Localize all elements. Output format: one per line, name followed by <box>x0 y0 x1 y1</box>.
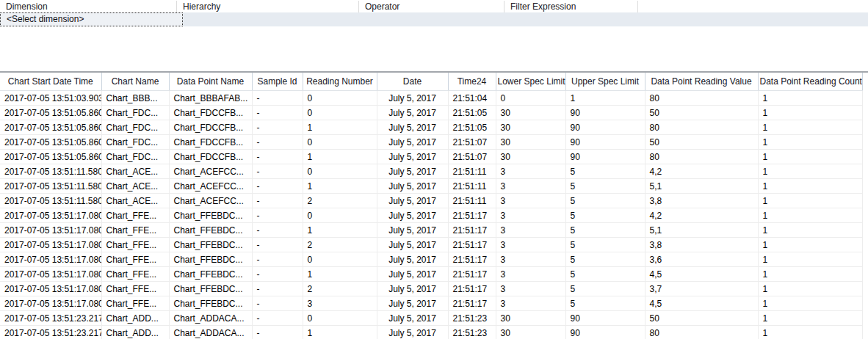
cell-reading-number[interactable]: 2 <box>303 282 377 296</box>
cell-date[interactable]: July 5, 2017 <box>377 135 448 150</box>
cell-lower-spec-limit[interactable]: 3 <box>496 179 565 194</box>
cell-upper-spec-limit[interactable]: 90 <box>565 106 645 120</box>
cell-upper-spec-limit[interactable]: 90 <box>565 311 645 326</box>
cell-reading-number[interactable]: 2 <box>303 238 377 252</box>
cell-sample-id[interactable]: - <box>252 179 303 194</box>
cell-reading-number[interactable]: 0 <box>303 91 377 106</box>
cell-sample-id[interactable]: - <box>252 326 303 339</box>
cell-lower-spec-limit[interactable]: 3 <box>496 194 565 208</box>
cell-data-point-reading-value[interactable]: 50 <box>645 135 758 150</box>
cell-time24[interactable]: 21:51:17 <box>448 223 496 238</box>
cell-lower-spec-limit[interactable]: 30 <box>496 326 565 339</box>
column-header-chart-start-date-time[interactable]: Chart Start Date Time <box>0 73 101 91</box>
cell-data-point-reading-count[interactable]: 1 <box>758 164 862 179</box>
cell-data-point-reading-value[interactable]: 50 <box>645 311 758 326</box>
cell-chart-name[interactable]: Chart_FFE... <box>101 267 169 282</box>
cell-data-point-reading-count[interactable]: 1 <box>758 296 862 311</box>
cell-chart-start-date-time[interactable]: 2017-07-05 13:51:23.217 <box>0 326 101 339</box>
column-header-chart-name[interactable]: Chart Name <box>101 73 169 91</box>
cell-date[interactable]: July 5, 2017 <box>377 106 448 120</box>
cell-reading-number[interactable]: 1 <box>303 179 377 194</box>
cell-chart-start-date-time[interactable]: 2017-07-05 13:51:03.903 <box>0 91 101 106</box>
cell-data-point-reading-count[interactable]: 1 <box>758 106 862 120</box>
cell-chart-name[interactable]: Chart_FDC... <box>101 120 169 135</box>
cell-upper-spec-limit[interactable]: 90 <box>565 135 645 150</box>
cell-sample-id[interactable]: - <box>252 267 303 282</box>
cell-chart-name[interactable]: Chart_FDC... <box>101 135 169 150</box>
cell-lower-spec-limit[interactable]: 30 <box>496 311 565 326</box>
cell-upper-spec-limit[interactable]: 5 <box>565 179 645 194</box>
cell-upper-spec-limit[interactable]: 1 <box>565 91 645 106</box>
table-row[interactable]: 2017-07-05 13:51:11.580Chart_ACE...Chart… <box>0 164 862 179</box>
cell-lower-spec-limit[interactable]: 3 <box>496 223 565 238</box>
cell-time24[interactable]: 21:51:17 <box>448 208 496 223</box>
cell-date[interactable]: July 5, 2017 <box>377 120 448 135</box>
cell-data-point-reading-value[interactable]: 3,8 <box>645 238 758 252</box>
cell-lower-spec-limit[interactable]: 30 <box>496 150 565 164</box>
column-header-sample-id[interactable]: Sample Id <box>252 73 303 91</box>
cell-chart-name[interactable]: Chart_FFE... <box>101 223 169 238</box>
cell-sample-id[interactable]: - <box>252 311 303 326</box>
cell-data-point-name[interactable]: Chart_FFEBDC... <box>169 296 252 311</box>
cell-lower-spec-limit[interactable]: 30 <box>496 106 565 120</box>
table-row[interactable]: 2017-07-05 13:51:17.080Chart_FFE...Chart… <box>0 267 862 282</box>
cell-sample-id[interactable]: - <box>252 91 303 106</box>
cell-data-point-reading-count[interactable]: 1 <box>758 179 862 194</box>
cell-data-point-reading-count[interactable]: 1 <box>758 326 862 339</box>
cell-chart-start-date-time[interactable]: 2017-07-05 13:51:17.080 <box>0 223 101 238</box>
cell-lower-spec-limit[interactable]: 3 <box>496 296 565 311</box>
column-header-data-point-name[interactable]: Data Point Name <box>169 73 252 91</box>
cell-sample-id[interactable]: - <box>252 120 303 135</box>
cell-upper-spec-limit[interactable]: 5 <box>565 194 645 208</box>
cell-upper-spec-limit[interactable]: 5 <box>565 164 645 179</box>
cell-time24[interactable]: 21:51:11 <box>448 164 496 179</box>
table-row[interactable]: 2017-07-05 13:51:17.080Chart_FFE...Chart… <box>0 208 862 223</box>
cell-date[interactable]: July 5, 2017 <box>377 311 448 326</box>
cell-sample-id[interactable]: - <box>252 296 303 311</box>
cell-chart-name[interactable]: Chart_ACE... <box>101 164 169 179</box>
cell-chart-start-date-time[interactable]: 2017-07-05 13:51:11.580 <box>0 164 101 179</box>
cell-lower-spec-limit[interactable]: 3 <box>496 208 565 223</box>
cell-sample-id[interactable]: - <box>252 164 303 179</box>
cell-data-point-reading-count[interactable]: 1 <box>758 223 862 238</box>
cell-data-point-reading-count[interactable]: 1 <box>758 282 862 296</box>
table-row[interactable]: 2017-07-05 13:51:17.080Chart_FFE...Chart… <box>0 282 862 296</box>
cell-data-point-name[interactable]: Chart_FFEBDC... <box>169 223 252 238</box>
cell-chart-name[interactable]: Chart_ADD... <box>101 311 169 326</box>
cell-data-point-name[interactable]: Chart_FFEBDC... <box>169 208 252 223</box>
cell-date[interactable]: July 5, 2017 <box>377 238 448 252</box>
cell-data-point-reading-value[interactable]: 5,1 <box>645 223 758 238</box>
cell-reading-number[interactable]: 1 <box>303 120 377 135</box>
cell-lower-spec-limit[interactable]: 30 <box>496 120 565 135</box>
cell-upper-spec-limit[interactable]: 90 <box>565 326 645 339</box>
column-header-data-point-reading-count[interactable]: Data Point Reading Count <box>758 73 862 91</box>
cell-lower-spec-limit[interactable]: 0 <box>496 91 565 106</box>
cell-chart-name[interactable]: Chart_FFE... <box>101 282 169 296</box>
column-header-data-point-reading-value[interactable]: Data Point Reading Value <box>645 73 758 91</box>
table-row[interactable]: 2017-07-05 13:51:05.860Chart_FDC...Chart… <box>0 150 862 164</box>
cell-data-point-reading-count[interactable]: 1 <box>758 208 862 223</box>
filter-row-empty-cells[interactable] <box>183 12 868 26</box>
cell-chart-start-date-time[interactable]: 2017-07-05 13:51:05.860 <box>0 150 101 164</box>
table-row[interactable]: 2017-07-05 13:51:03.903Chart_BBB...Chart… <box>0 91 862 106</box>
cell-lower-spec-limit[interactable]: 3 <box>496 238 565 252</box>
cell-chart-name[interactable]: Chart_ACE... <box>101 194 169 208</box>
cell-chart-name[interactable]: Chart_FFE... <box>101 252 169 267</box>
cell-time24[interactable]: 21:51:04 <box>448 91 496 106</box>
cell-upper-spec-limit[interactable]: 90 <box>565 120 645 135</box>
cell-data-point-name[interactable]: Chart_FFEBDC... <box>169 267 252 282</box>
table-row[interactable]: 2017-07-05 13:51:23.217Chart_ADD...Chart… <box>0 311 862 326</box>
table-row[interactable]: 2017-07-05 13:51:17.080Chart_FFE...Chart… <box>0 296 862 311</box>
cell-data-point-name[interactable]: Chart_ACEFCC... <box>169 194 252 208</box>
cell-data-point-reading-count[interactable]: 1 <box>758 311 862 326</box>
table-row[interactable]: 2017-07-05 13:51:05.860Chart_FDC...Chart… <box>0 120 862 135</box>
cell-time24[interactable]: 21:51:23 <box>448 311 496 326</box>
table-row[interactable]: 2017-07-05 13:51:17.080Chart_FFE...Chart… <box>0 223 862 238</box>
cell-sample-id[interactable]: - <box>252 135 303 150</box>
cell-chart-start-date-time[interactable]: 2017-07-05 13:51:11.580 <box>0 194 101 208</box>
cell-chart-name[interactable]: Chart_ADD... <box>101 326 169 339</box>
cell-time24[interactable]: 21:51:07 <box>448 150 496 164</box>
cell-time24[interactable]: 21:51:23 <box>448 326 496 339</box>
cell-reading-number[interactable]: 1 <box>303 223 377 238</box>
table-row[interactable]: 2017-07-05 13:51:17.080Chart_FFE...Chart… <box>0 252 862 267</box>
